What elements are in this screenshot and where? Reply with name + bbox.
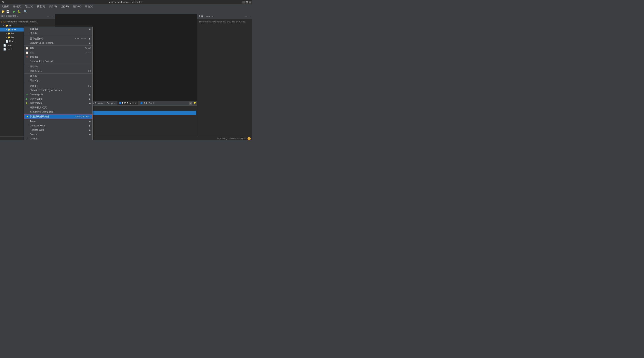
minimize-button[interactable]: —: [242, 1, 245, 3]
cm-import[interactable]: 导入(I)...: [24, 74, 92, 78]
run-button[interactable]: ▶: [12, 9, 16, 13]
cm-refresh[interactable]: 刷新(F) F5: [24, 84, 92, 88]
cm-source[interactable]: Source ▶: [24, 132, 92, 136]
window-title: eclipse-workspace - Eclipse IDE: [109, 1, 143, 3]
menu-window[interactable]: 窗口(W): [72, 4, 82, 9]
tasklist-tab[interactable]: Task List: [206, 15, 214, 18]
warning-icon: !: [248, 137, 251, 140]
menu-help[interactable]: 帮助(H): [84, 4, 94, 9]
save-button[interactable]: 💾: [6, 9, 10, 13]
menu-navigate[interactable]: 导航(N): [24, 4, 34, 9]
cm-rename[interactable]: 重命名(M)... F2: [24, 69, 92, 73]
menu-edit[interactable]: 编辑(E): [12, 4, 22, 9]
cm-paste-icon: 📋: [26, 51, 28, 54]
cm-sep-1: [24, 36, 92, 36]
debug-button[interactable]: 🐛: [17, 9, 21, 13]
outline-tab[interactable]: 大纲: [198, 15, 203, 18]
panel-tab-controls: ✕ 💡: [189, 102, 196, 105]
cm-enter[interactable]: 进入(I): [24, 31, 92, 35]
cm-alibaba-icon: ★: [26, 115, 29, 118]
title-bar-controls: — ❐ ✕: [242, 1, 252, 3]
minimize-panel-button[interactable]: —: [47, 15, 50, 18]
outline-header: 大纲 | Task List — □: [197, 14, 252, 19]
cm-replace[interactable]: Replace With ▶: [24, 128, 92, 132]
status-right: https://blog.csdn.net/cuichongxin: [217, 137, 246, 140]
cm-copy-icon: 📋: [26, 47, 28, 50]
outline-content: There is no active editor that provides …: [197, 19, 252, 140]
cm-profile[interactable]: 概要分析方式(P): [24, 105, 92, 110]
title-bar: ⚙ eclipse-workspace - Eclipse IDE — ❐ ✕: [0, 0, 252, 4]
menu-project[interactable]: 项目(P): [48, 4, 58, 9]
search-button[interactable]: 🔍: [23, 9, 28, 13]
menu-run[interactable]: 运行(R): [60, 4, 70, 9]
toolbar: 📁 💾 ▶ 🐛 🔍: [0, 9, 252, 14]
outline-minimize[interactable]: —: [245, 15, 248, 18]
cm-copy[interactable]: 📋 复制 Ctrl+C: [24, 46, 92, 50]
cm-coverage-icon: ●: [26, 93, 28, 96]
cm-sep-3: [24, 64, 92, 64]
cm-team[interactable]: Team ▶: [24, 119, 92, 123]
cm-remove-context[interactable]: Remove from Context: [24, 59, 92, 63]
cm-sep-4: [24, 73, 92, 74]
cm-alibaba-scan[interactable]: ★ 阿里编码规约扫描 Shift+Ctrl+Alt+J: [24, 114, 92, 119]
cm-compare[interactable]: Compare With ▶: [24, 123, 92, 128]
gear-icon: ⚙: [2, 0, 4, 4]
menu-bar: 文件(F) 编辑(E) 导航(N) 搜索(A) 项目(P) 运行(R) 窗口(W…: [0, 4, 252, 9]
cm-run-icon: ▶: [26, 97, 28, 100]
cm-show-terminal[interactable]: Show in Local Terminal ▶: [24, 41, 92, 45]
project-explorer-title: 项目资源管理器 ✕: [1, 15, 46, 18]
cm-debug-icon: 🐛: [26, 102, 28, 104]
cm-showloc[interactable]: 显示位置(W) Shift+Alt+W ▶: [24, 36, 92, 41]
cm-coverage[interactable]: ● Coverage As ▶: [24, 92, 92, 97]
tree-item-component[interactable]: ▷ 🗂 component [component master]: [0, 20, 55, 24]
maximize-panel-button[interactable]: □: [51, 15, 54, 18]
tab-p3c[interactable]: 🔵 P3C Results ✕: [118, 101, 138, 105]
menu-file[interactable]: 文件(F): [1, 4, 10, 9]
tab-ruledetail[interactable]: 🔵 Rule Detail: [139, 101, 156, 105]
menu-search[interactable]: 搜索(A): [36, 4, 46, 9]
cm-sep-2: [24, 45, 92, 46]
bulb-icon: 💡: [193, 102, 196, 105]
cm-export[interactable]: 导出(O)...: [24, 78, 92, 83]
context-menu: 新建(N) ▶ 进入(I) 显示位置(W) Shift+Alt+W ▶ Show…: [24, 26, 92, 140]
outline-maximize[interactable]: □: [248, 15, 251, 18]
outline-panel: 大纲 | Task List — □ There is no active ed…: [197, 14, 252, 140]
cm-delete[interactable]: ✕ 删除(D): [24, 55, 92, 59]
cm-paste[interactable]: 📋 粘贴 Ctrl+V: [24, 50, 92, 55]
tab-snippets[interactable]: Snippets: [105, 101, 117, 105]
outline-controls: — □: [245, 15, 251, 18]
cm-show-remote[interactable]: Show in Remote Systems view: [24, 88, 92, 92]
cm-move[interactable]: 移动(V)...: [24, 64, 92, 69]
cm-validate-icon: ✓: [26, 137, 28, 140]
cm-new[interactable]: 新建(N) ▶: [24, 27, 92, 31]
restore-button[interactable]: ❐: [246, 1, 248, 3]
new-button[interactable]: 📁: [1, 9, 5, 13]
close-button[interactable]: ✕: [249, 1, 252, 3]
cm-debug[interactable]: 🐛 调试方式(D) ▶: [24, 101, 92, 105]
close-results-button[interactable]: ✕: [189, 102, 192, 105]
project-explorer-header: 项目资源管理器 ✕ — □: [0, 14, 55, 19]
cm-restore-local[interactable]: 从本地历史记录复原(Y): [24, 110, 92, 114]
cm-run[interactable]: ▶ 运行方式(R) ▶: [24, 97, 92, 101]
cm-delete-icon: ✕: [26, 55, 28, 58]
cm-validate[interactable]: ✓ Validate: [24, 136, 92, 140]
